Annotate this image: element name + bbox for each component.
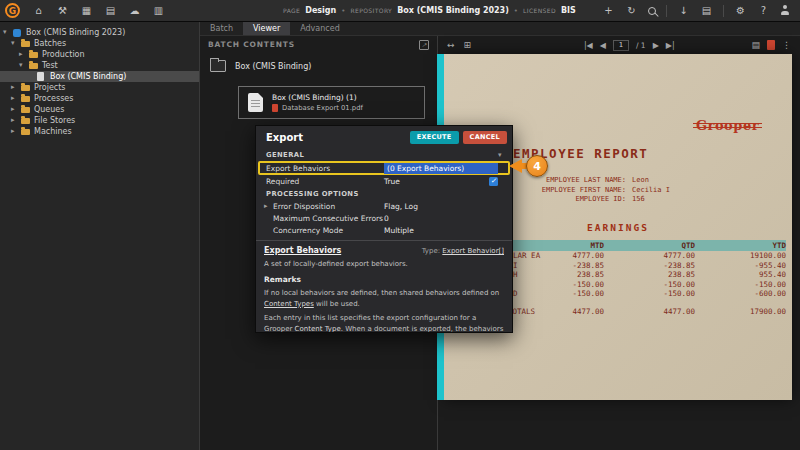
grooper-logo-icon[interactable]: G [5,3,20,18]
chevron-right-icon[interactable]: ▸ [11,82,15,93]
tree-item-label: Test [42,60,58,71]
general-section-header[interactable]: GENERAL ▾ [256,148,512,161]
folder-icon [21,107,30,113]
tab-strip: Batch Viewer Advanced [200,22,800,36]
tree-item-machines[interactable]: ▸ Machines [0,126,199,137]
tab-advanced[interactable]: Advanced [290,22,350,35]
field-value: Leon [632,176,649,186]
chevron-right-icon[interactable]: ▸ [11,126,15,137]
repository-value[interactable]: Box (CMIS Binding 2023) [397,6,509,15]
cancel-button[interactable]: CANCEL [463,131,507,144]
export-dialog: Export EXECUTE CANCEL GENERAL ▾ Export B… [255,125,513,333]
callout-number-badge: 4 [526,155,548,177]
chevron-right-icon[interactable]: ▸ [11,104,15,115]
storage-icon[interactable]: ▤ [104,4,117,18]
expand-icon[interactable]: ▸ [264,202,273,210]
tree-item-production[interactable]: ▸ Production [0,49,199,60]
field-value: Cecilia I [632,186,670,196]
required-value[interactable]: True [384,177,400,186]
previous-page-icon[interactable]: ◀ [600,41,606,50]
batch-document-item[interactable]: Box (CMIS Binding) (1) Database Export 0… [238,86,425,119]
help-type: Type: Export Behavior[] [422,247,504,255]
chevron-down-icon[interactable]: ▾ [11,38,15,49]
table-cell: -600.00 [695,289,786,298]
layers-icon[interactable]: ▤ [751,40,760,50]
tree-item-test[interactable]: ▾ Test [0,60,199,71]
max-consecutive-errors-row[interactable]: Maximum Consecutive Errors 0 [256,212,512,224]
grooper-document-logo: Grooper [696,118,759,133]
concurrency-value[interactable]: Multiple [384,226,414,235]
chevron-down-icon[interactable]: ▾ [3,27,7,38]
batches-icon[interactable]: ▦ [80,4,93,18]
tab-viewer[interactable]: Viewer [243,22,290,35]
processing-options-header[interactable]: PROCESSING OPTIONS [256,187,512,200]
tab-batch[interactable]: Batch [200,22,243,35]
home-icon[interactable]: ⌂ [32,4,45,18]
error-disposition-value[interactable]: Flag, Log [384,202,418,211]
chevron-right-icon[interactable]: ▸ [19,49,23,60]
chevron-down-icon[interactable]: ▾ [19,60,23,71]
export-behaviors-value[interactable]: (0 Export Behaviors) [384,163,498,174]
search-icon[interactable] [648,7,656,15]
batch-document-file[interactable]: Database Export 01.pdf [272,104,363,112]
first-page-icon[interactable]: |◀ [584,41,593,50]
help-icon[interactable]: ? [757,4,770,18]
property-help-panel: Export Behaviors Type: Export Behavior[]… [256,240,512,333]
tree-item-label: Processes [34,93,73,104]
content-type-link[interactable]: Content Type [295,325,341,333]
export-behaviors-row[interactable]: Export Behaviors (0 Export Behaviors) [258,161,510,175]
document-icon [248,93,263,112]
table-cell: -150.00 [538,289,604,298]
fit-width-icon[interactable]: ↔ [447,40,455,50]
concurrency-mode-row[interactable]: Concurrency Mode Multiple [256,224,512,236]
last-page-icon[interactable]: ▶| [666,41,675,50]
topbar-action-icons: + ↻ ↓ ▤ ⚙ ? [602,4,800,18]
layers-icon[interactable]: ▤ [700,4,713,18]
stats-icon[interactable]: ▥ [152,4,165,18]
next-page-icon[interactable]: ▶ [653,41,659,50]
chevron-right-icon[interactable]: ▸ [11,115,15,126]
type-link[interactable]: Export Behavior[] [442,247,504,255]
tree-item-processes[interactable]: ▸ Processes [0,93,199,104]
popout-icon[interactable]: ↗ [419,40,429,50]
add-icon[interactable]: + [602,4,615,18]
document-field: EMPLOYEE LAST NAME: Leon [484,176,754,186]
refresh-icon[interactable]: ↻ [625,4,638,18]
batch-folder-item[interactable]: Box (CMIS Binding) [210,60,311,72]
divider [666,5,667,17]
chevron-down-icon[interactable]: ▾ [498,151,502,159]
chevron-right-icon[interactable]: ▸ [11,93,15,104]
fit-page-icon[interactable]: ⊞ [464,40,472,50]
tree-item-file-stores[interactable]: ▸ File Stores [0,115,199,126]
page-navigation: |◀ ◀ 1 / 1 ▶ ▶| [584,40,675,51]
header-cell: MTD [538,241,604,250]
page-number-input[interactable]: 1 [613,40,629,51]
tools-icon[interactable]: ⚒ [56,4,69,18]
user-icon[interactable] [780,5,790,16]
cloud-icon[interactable]: ☁ [128,4,141,18]
execute-button[interactable]: EXECUTE [410,131,459,144]
page-value[interactable]: Design [305,6,336,15]
tree-item-label: Queues [34,104,64,115]
batch-contents-title: BATCH CONTENTS [208,40,295,49]
download-icon[interactable]: ↓ [677,4,690,18]
more-options-icon[interactable]: ⋮ [782,40,791,50]
error-disposition-row[interactable]: ▸ Error Disposition Flag, Log [256,200,512,212]
folder-icon [21,129,30,135]
settings-gear-icon[interactable]: ⚙ [734,4,747,18]
tree-item-repository[interactable]: ▾ Box (CMIS Binding 2023) [0,27,199,38]
processing-options-label: PROCESSING OPTIONS [266,190,359,198]
dialog-header[interactable]: Export EXECUTE CANCEL [256,126,512,148]
max-errors-value[interactable]: 0 [384,214,389,223]
required-checkbox[interactable]: ✓ [489,177,498,186]
remarks-text: If no local behaviors are defined, then … [264,289,499,297]
field-value: 156 [632,195,645,205]
content-types-link[interactable]: Content Types [264,300,314,308]
tree-item-batches[interactable]: ▾ Batches [0,38,199,49]
pdf-export-icon[interactable] [767,40,775,50]
tree-item-queues[interactable]: ▸ Queues [0,104,199,115]
required-row[interactable]: Required True ✓ [256,175,512,187]
pdf-icon [272,104,278,112]
tree-item-projects[interactable]: ▸ Projects [0,82,199,93]
tree-item-box-cmis-binding[interactable]: Box (CMIS Binding) [0,71,199,82]
